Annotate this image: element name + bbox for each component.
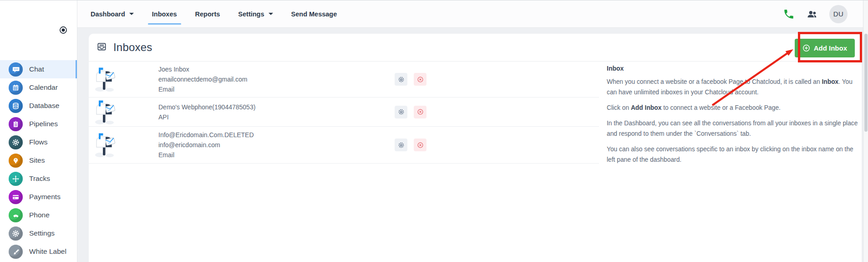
add-inbox-label: Add Inbox	[814, 44, 847, 52]
tab-label: Reports	[195, 10, 220, 18]
tab-send-message[interactable]: Send Message	[291, 0, 337, 27]
inbox-list: Joes Inboxemailconnectdemo@gmail.comEmai…	[89, 62, 599, 164]
sidebar-item-chat[interactable]: Chat	[0, 60, 77, 78]
help-text-run: Inbox	[822, 78, 838, 85]
inbox-detail: API	[158, 112, 255, 122]
inbox-row[interactable]: Demo's Webphone(19044785053)API	[89, 98, 599, 127]
inbox-delete-button[interactable]	[414, 73, 426, 86]
tab-inboxes[interactable]: Inboxes	[152, 0, 177, 27]
topbar: DashboardInboxesReportsSettingsSend Mess…	[77, 0, 868, 28]
sidebar-item-label: Flows	[29, 138, 47, 146]
inbox-detail: Email	[158, 150, 254, 160]
help-paragraph: You can also see conversations specific …	[607, 144, 860, 165]
scrollbar[interactable]	[863, 0, 868, 262]
app: ChatCalendarDatabasePipelinesFlowsSitesT…	[0, 0, 868, 262]
white-label-brush-icon	[9, 245, 23, 259]
sidebar-item-label: Pipelines	[29, 120, 58, 128]
help-text-run: When you connect a website or a facebook…	[607, 78, 822, 85]
help-paragraph: In the Dashboard, you can see all the co…	[607, 118, 860, 139]
sidebar-item-database[interactable]: Database	[0, 97, 77, 115]
sidebar-item-label: Phone	[29, 211, 50, 219]
tab-settings[interactable]: Settings	[238, 0, 273, 27]
sidebar-item-label: Calendar	[29, 83, 58, 92]
help-paragraphs: When you connect a website or a facebook…	[607, 77, 860, 165]
inbox-name: Info@Ericdomain.Com.DELETED	[158, 130, 254, 140]
chevron-down-icon	[129, 13, 134, 15]
inbox-row-text: Joes Inboxemailconnectdemo@gmail.comEmai…	[158, 64, 248, 94]
sidebar-item-label: Settings	[29, 229, 55, 237]
mailbox-icon	[93, 66, 117, 92]
delete-x-icon	[417, 108, 424, 115]
mailbox-icon	[93, 132, 117, 158]
sidebar-item-sites[interactable]: Sites	[0, 151, 77, 170]
avatar[interactable]: DU	[829, 5, 848, 23]
sidebar-item-settings[interactable]: Settings	[0, 224, 77, 242]
sidebar-item-flows[interactable]: Flows	[0, 133, 77, 151]
tab-label: Settings	[238, 10, 264, 18]
inbox-settings-button[interactable]	[395, 73, 407, 86]
sidebar-item-phone[interactable]: Phone	[0, 206, 77, 224]
inbox-row-actions	[395, 73, 426, 86]
payments-card-icon	[9, 190, 23, 204]
phone-icon[interactable]	[783, 8, 795, 20]
mailbox-icon	[93, 99, 117, 125]
sidebar-item-label: Payments	[29, 193, 61, 201]
sidebar-collapse-toggle-icon[interactable]	[59, 26, 67, 34]
topbar-right: DU	[783, 5, 868, 23]
inbox-row-text: Demo's Webphone(19044785053)API	[158, 102, 255, 122]
help-text-run: You can also see conversations specific …	[607, 146, 853, 163]
scrollbar-thumb[interactable]	[864, 34, 868, 132]
inbox-row-text: Info@Ericdomain.Com.DELETEDinfo@ericdoma…	[158, 130, 254, 160]
delete-x-icon	[417, 142, 424, 149]
tab-reports[interactable]: Reports	[195, 0, 220, 27]
sidebar-item-label: Tracks	[29, 175, 50, 183]
inbox-delete-button[interactable]	[414, 139, 426, 151]
sidebar-item-white-label[interactable]: White Label	[0, 242, 77, 261]
tab-label: Dashboard	[91, 10, 125, 18]
inbox-row[interactable]: Joes Inboxemailconnectdemo@gmail.comEmai…	[89, 62, 599, 98]
contacts-icon[interactable]	[806, 8, 818, 20]
database-icon	[9, 99, 23, 113]
gear-icon	[398, 76, 405, 83]
tab-dashboard[interactable]: Dashboard	[91, 0, 134, 27]
pipelines-icon	[9, 117, 23, 131]
inbox-row-actions	[395, 139, 426, 151]
inboxes-header: Inboxes Add Inbox	[89, 34, 862, 62]
sidebar-item-pipelines[interactable]: Pipelines	[0, 115, 77, 133]
inboxes-panel: Inboxes Add Inbox Joes Inboxemailconnect…	[89, 34, 862, 262]
page-title: Inboxes	[113, 41, 152, 54]
chevron-down-icon	[269, 13, 273, 15]
sidebar-item-calendar[interactable]: Calendar	[0, 78, 77, 97]
inbox-detail: emailconnectdemo@gmail.com	[158, 74, 248, 84]
inbox-tray-icon	[97, 42, 107, 53]
add-inbox-button[interactable]: Add Inbox	[795, 39, 855, 57]
sidebar-item-tracks[interactable]: Tracks	[0, 170, 77, 188]
plus-circle-icon	[802, 44, 810, 52]
help-text-run: Add Inbox	[631, 104, 661, 111]
gear-icon	[398, 108, 405, 115]
gear-icon	[398, 142, 405, 149]
inbox-settings-button[interactable]	[395, 106, 407, 118]
inbox-row[interactable]: Info@Ericdomain.Com.DELETEDinfo@ericdoma…	[89, 127, 599, 164]
help-text-run: Click on	[607, 104, 631, 111]
tracks-arrows-icon	[9, 172, 23, 186]
calendar-icon	[9, 81, 23, 95]
chat-icon	[9, 62, 23, 77]
help-text-run: to connect a website or a Facebook Page.	[661, 104, 781, 111]
sidebar-item-label: Chat	[29, 65, 44, 73]
flows-gear-icon	[9, 135, 23, 149]
sidebar-item-label: Database	[29, 102, 59, 110]
help-paragraph: When you connect a website or a facebook…	[607, 77, 860, 98]
tab-label: Send Message	[291, 10, 337, 18]
sidebar-item-label: Sites	[29, 156, 45, 164]
sidebar-item-payments[interactable]: Payments	[0, 188, 77, 206]
tab-label: Inboxes	[152, 10, 177, 18]
sidebar-item-label: White Label	[29, 247, 66, 256]
delete-x-icon	[417, 76, 424, 83]
help-paragraph: Click on Add Inbox to connect a website …	[607, 103, 860, 113]
sites-bulb-icon	[9, 154, 23, 168]
inbox-delete-button[interactable]	[414, 106, 426, 118]
inbox-settings-button[interactable]	[395, 139, 407, 151]
inbox-row-actions	[395, 106, 426, 118]
topbar-menu: DashboardInboxesReportsSettingsSend Mess…	[91, 0, 337, 27]
